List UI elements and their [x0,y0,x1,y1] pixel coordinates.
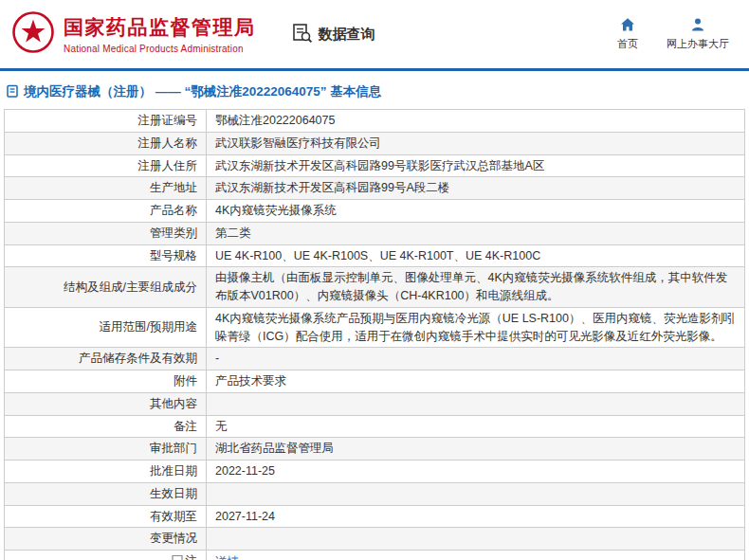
row-value: 2022-11-25 [207,461,745,483]
table-row: 审批部门湖北省药品监督管理局 [5,438,745,461]
row-value: 无 [207,415,745,438]
row-value: 4K内窥镜荧光摄像系统 [207,200,745,223]
table-row: 注册证编号鄂械注准20222064075 [5,110,745,133]
row-value: 湖北省药品监督管理局 [207,438,745,461]
row-label: 注册人住所 [5,154,207,177]
detail-link[interactable]: 详情 [215,555,239,560]
row-value: 详情 [207,551,745,560]
service-hall-icon [690,17,705,34]
table-row: 结构及组成/主要组成成分由摄像主机（由面板显示控制单元、图像处理单元、4K内窥镜… [5,267,745,308]
table-row: 生产地址武汉东湖新技术开发区高科园路99号A段二楼 [5,177,745,200]
row-label: 管理类别 [5,222,207,244]
table-row: 附件产品技术要求 [5,370,745,393]
table-row: 批准日期2022-11-25 [5,461,745,483]
row-label: 结构及组成/主要组成成分 [5,267,207,308]
row-label: 产品名称 [5,200,207,223]
nav-home[interactable]: 首页 [617,17,638,51]
row-label: 生产地址 [5,177,207,200]
row-value: 武汉东湖新技术开发区高科园路99号A段二楼 [207,177,745,200]
header-divider [0,68,749,71]
table-row: 型号规格UE 4K-R100、UE 4K-R100S、UE 4K-R100T、U… [5,244,745,267]
row-value [207,392,745,415]
row-value: 第二类 [207,222,745,244]
registration-info-table: 注册证编号鄂械注准20222064075注册人名称武汉联影智融医疗科技有限公司注… [4,109,745,560]
site-header: 国家药品监督管理局 National Medical Products Admi… [0,0,749,68]
row-value: 2027-11-24 [207,505,745,528]
row-label: 产品储存条件及有效期 [5,348,207,370]
table-row: 注册人住所武汉东湖新技术开发区高科园路99号联影医疗武汉总部基地A区 [5,154,745,177]
row-value: 由摄像主机（由面板显示控制单元、图像处理单元、4K内窥镜荧光摄像系统软件组成，其… [207,267,745,308]
national-emblem-icon [11,10,55,58]
row-label: 注册人名称 [5,132,207,154]
row-label: 有效期至 [5,505,207,528]
table-row: 管理类别第二类 [5,222,745,244]
row-value [207,528,745,551]
row-label: 型号规格 [5,244,207,267]
note-icon [172,553,183,560]
row-label: 注册证编号 [5,110,207,133]
table-row: 适用范围/预期用途4K内窥镜荧光摄像系统产品预期与医用内窥镜冷光源（UE LS-… [5,307,745,348]
row-label: 注 [5,551,207,560]
row-label: 变更情况 [5,528,207,551]
row-value [207,482,745,505]
table-row: 产品名称4K内窥镜荧光摄像系统 [5,200,745,223]
table-row: 产品储存条件及有效期- [5,348,745,370]
main-content: 境内医疗器械（注册） —— “鄂械注准20222064075” 基本信息 注册证… [0,83,749,560]
row-label: 审批部门 [5,438,207,461]
row-label: 附件 [5,370,207,393]
table-row: 有效期至2027-11-24 [5,505,745,528]
agency-logo: 国家药品监督管理局 National Medical Products Admi… [11,10,256,58]
agency-title: 国家药品监督管理局 [64,14,256,41]
row-label: 其他内容 [5,392,207,415]
row-label: 适用范围/预期用途 [5,307,207,348]
row-value: 产品技术要求 [207,370,745,393]
row-value: UE 4K-R100、UE 4K-R100S、UE 4K-R100T、UE 4K… [207,244,745,267]
agency-subtitle: National Medical Products Administration [64,44,256,54]
home-icon [620,17,635,34]
row-value: 武汉东湖新技术开发区高科园路99号联影医疗武汉总部基地A区 [207,154,745,177]
table-row: 变更情况 [5,528,745,551]
nav-home-label: 首页 [617,37,638,51]
row-value: - [207,348,745,370]
table-row: 生效日期 [5,482,745,505]
table-row: 注详情 [5,551,745,560]
nav-service-hall-label: 网上办事大厅 [667,37,729,51]
nav-data-query[interactable]: 数据查询 [292,23,375,46]
row-label: 批准日期 [5,461,207,483]
nav-service-hall[interactable]: 网上办事大厅 [667,17,729,51]
table-row: 其他内容 [5,392,745,415]
row-value: 鄂械注准20222064075 [207,110,745,133]
table-row: 注册人名称武汉联影智融医疗科技有限公司 [5,132,745,154]
row-value: 武汉联影智融医疗科技有限公司 [207,132,745,154]
page-title: 境内医疗器械（注册） —— “鄂械注准20222064075” 基本信息 [6,83,745,100]
document-icon [6,84,19,100]
row-label: 生效日期 [5,482,207,505]
row-value: 4K内窥镜荧光摄像系统产品预期与医用内窥镜冷光源（UE LS-R100）、医用内… [207,307,745,348]
data-query-icon [292,23,313,46]
row-label: 备注 [5,415,207,438]
nav-data-query-label: 数据查询 [319,26,375,44]
table-row: 备注无 [5,415,745,438]
page-title-text: 境内医疗器械（注册） —— “鄂械注准20222064075” 基本信息 [24,83,381,100]
